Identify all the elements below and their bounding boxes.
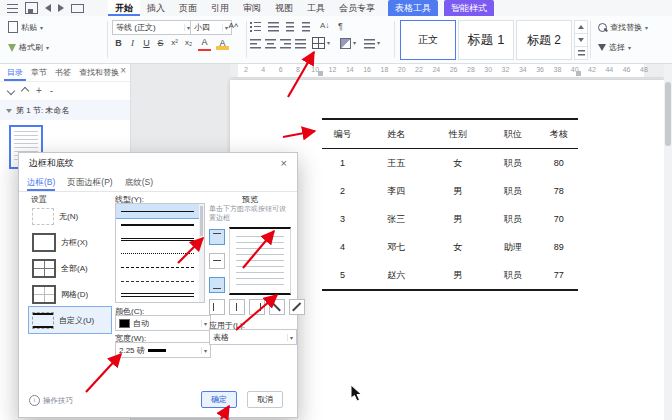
table-cell[interactable]: 2 — [322, 177, 363, 205]
font-size-dropdown[interactable]: 小四 ▾ — [190, 20, 232, 35]
paragraph-mark-button[interactable]: ¶ — [338, 19, 351, 33]
subscript-button[interactable]: x₂ — [182, 36, 195, 50]
left-indent-marker[interactable] — [318, 71, 323, 76]
nav-tab-查找和替换[interactable]: 查找和替换 — [76, 64, 122, 81]
nav-tab-书签[interactable]: 书签 — [52, 64, 74, 81]
redo-icon[interactable] — [58, 4, 64, 12]
line-style-solid-thick[interactable] — [116, 218, 204, 232]
table-cell[interactable]: 77 — [540, 261, 578, 289]
tab-开始[interactable]: 开始 — [108, 0, 140, 16]
style-heading2[interactable]: 标题 2 — [516, 20, 572, 60]
line-style-dash-dot[interactable] — [116, 274, 204, 288]
tab-会员专享[interactable]: 会员专享 — [332, 0, 382, 16]
table-header-cell[interactable]: 性别 — [430, 120, 486, 148]
table-header-cell[interactable]: 考核 — [540, 120, 578, 148]
table-cell[interactable]: 助理 — [486, 233, 540, 261]
style-heading1[interactable]: 标题 1 — [458, 20, 514, 60]
setting-none[interactable]: 无(N) — [29, 203, 111, 229]
styles-scroll-up-button[interactable] — [574, 20, 588, 34]
italic-button[interactable]: I — [126, 36, 139, 50]
line-style-list[interactable] — [115, 203, 205, 303]
underline-button[interactable]: U — [140, 36, 153, 50]
bold-button[interactable]: B — [112, 36, 125, 50]
strikethrough-button[interactable]: S — [154, 36, 167, 50]
format-painter-button[interactable]: 格式刷 ▾ — [8, 42, 49, 53]
font-name-dropdown[interactable]: 等线 (正文) ▾ — [112, 20, 194, 35]
decrease-indent-button[interactable] — [286, 19, 299, 33]
print-icon[interactable] — [71, 4, 84, 13]
borders-dropdown-button[interactable]: ▾ — [312, 36, 334, 50]
font-color-button[interactable]: A — [198, 37, 211, 51]
line-style-dotted[interactable] — [116, 246, 204, 260]
table-cell[interactable]: 王五 — [363, 149, 430, 177]
setting-custom[interactable]: 自定义(U) — [29, 307, 111, 333]
apply-to-dropdown[interactable]: 表格 ▾ — [209, 329, 297, 345]
tab-视图[interactable]: 视图 — [268, 0, 300, 16]
numbered-list-button[interactable] — [268, 19, 281, 33]
diagonal-down-border-button[interactable] — [269, 299, 285, 315]
context-tab-表格工具[interactable]: 表格工具 — [388, 0, 438, 16]
cancel-button[interactable]: 取消 — [247, 391, 283, 408]
context-tab-智能样式[interactable]: 智能样式 — [444, 0, 494, 16]
line-style-solid[interactable] — [116, 204, 204, 218]
color-dropdown[interactable]: 自动 ▾ — [115, 315, 211, 331]
section-item[interactable]: 第 1 节: 未命名 — [0, 101, 130, 120]
align-center-button[interactable] — [265, 36, 278, 50]
left-border-button[interactable] — [209, 299, 225, 315]
minus-icon[interactable]: - — [50, 87, 53, 95]
styles-more-button[interactable] — [574, 46, 588, 60]
styles-scroll-down-button[interactable] — [574, 33, 588, 47]
table-cell[interactable]: 职员 — [486, 149, 540, 177]
find-replace-button[interactable]: 查找替换 ▾ — [598, 22, 648, 33]
bottom-border-button[interactable] — [209, 277, 225, 293]
plus-icon[interactable]: + — [36, 87, 42, 95]
table-cell[interactable]: 80 — [540, 149, 578, 177]
align-left-button[interactable] — [250, 36, 263, 50]
highlight-color-button[interactable]: A — [216, 36, 229, 50]
line-spacing-button[interactable]: ▾ — [364, 36, 384, 50]
table-cell[interactable]: 70 — [540, 205, 578, 233]
right-border-button[interactable] — [249, 299, 265, 315]
line-style-double-thick[interactable] — [116, 288, 204, 302]
dialog-titlebar[interactable]: 边框和底纹 × — [19, 153, 297, 173]
inside-vertical-border-button[interactable] — [229, 299, 245, 315]
table-cell[interactable]: 女 — [430, 149, 486, 177]
table-cell[interactable]: 78 — [540, 177, 578, 205]
vertical-scrollbar[interactable] — [664, 64, 672, 420]
inside-horizontal-border-button[interactable] — [209, 253, 225, 269]
table-cell[interactable]: 职员 — [486, 261, 540, 289]
right-indent-marker[interactable] — [576, 71, 581, 76]
superscript-button[interactable]: x² — [168, 36, 181, 50]
table-cell[interactable]: 男 — [430, 205, 486, 233]
table-cell[interactable]: 4 — [322, 233, 363, 261]
nav-tab-目录[interactable]: 目录 — [4, 64, 26, 81]
increase-indent-button[interactable] — [302, 19, 315, 33]
shading-button[interactable]: ▾ — [340, 36, 360, 50]
setting-all[interactable]: 全部(A) — [29, 255, 111, 281]
width-dropdown[interactable]: 2.25 磅 ▾ — [115, 342, 211, 358]
table-header-cell[interactable]: 姓名 — [363, 120, 430, 148]
table-cell[interactable]: 89 — [540, 233, 578, 261]
table-cell[interactable]: 3 — [322, 205, 363, 233]
tab-插入[interactable]: 插入 — [140, 0, 172, 16]
bullet-list-button[interactable] — [250, 19, 263, 33]
menu-icon[interactable] — [7, 4, 18, 13]
align-right-button[interactable] — [280, 36, 293, 50]
table-header-cell[interactable]: 职位 — [486, 120, 540, 148]
paste-button[interactable]: 粘贴 ▾ — [8, 21, 43, 33]
setting-box[interactable]: 方框(X) — [29, 229, 111, 255]
dialog-tab[interactable]: 边框(B) — [27, 173, 55, 191]
ruler[interactable]: 2468101214161820222426283032343638404244… — [230, 64, 672, 78]
setting-grid[interactable]: 网格(D) — [29, 281, 111, 307]
table-cell[interactable]: 女 — [430, 233, 486, 261]
table-cell[interactable]: 男 — [430, 261, 486, 289]
tab-工具[interactable]: 工具 — [300, 0, 332, 16]
justify-button[interactable] — [295, 36, 308, 50]
tips-link[interactable]: i 操作技巧 — [29, 395, 73, 406]
scrollbar-thumb[interactable] — [665, 82, 671, 146]
table-cell[interactable]: 职员 — [486, 205, 540, 233]
dialog-tab[interactable]: 底纹(S) — [125, 173, 153, 191]
tab-审阅[interactable]: 审阅 — [236, 0, 268, 16]
chevron-up-icon[interactable] — [21, 87, 29, 95]
top-border-button[interactable] — [209, 229, 225, 245]
